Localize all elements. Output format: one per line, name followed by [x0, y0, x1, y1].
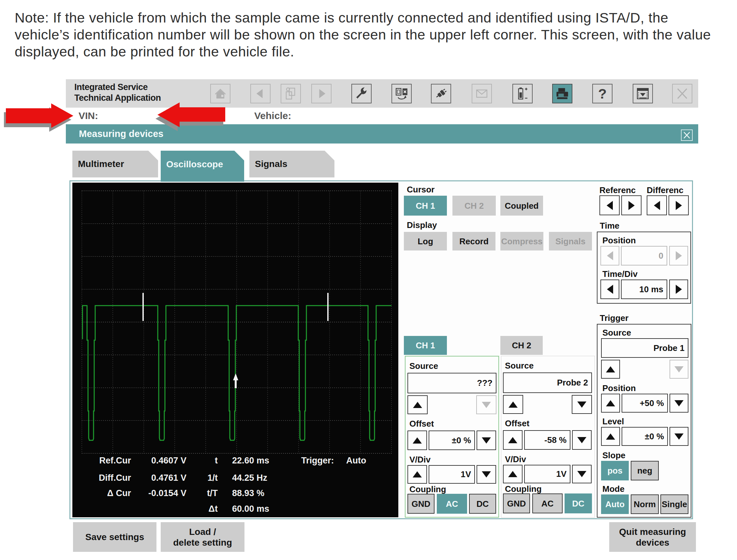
display-log-label: Log [417, 237, 433, 246]
ch2-coupling-gnd-button[interactable]: GND [503, 493, 530, 513]
mode-auto-button[interactable]: Auto [601, 494, 629, 514]
trigger-source-up-button[interactable] [601, 360, 620, 379]
quit-measuring-devices-button[interactable]: Quit measuringdevices [609, 522, 696, 552]
close-icon[interactable] [672, 84, 692, 103]
connector-icon[interactable] [431, 84, 451, 103]
tab-multimeter[interactable]: Multimeter [72, 151, 158, 177]
device-swap-icon[interactable] [391, 84, 412, 103]
channel-ch1-tab-label: CH 1 [415, 341, 435, 350]
down-triangle-icon [577, 437, 586, 443]
timediv-left-button[interactable] [600, 280, 619, 299]
ch2-vdiv-up-button[interactable] [503, 465, 522, 483]
slope-pos-button[interactable]: pos [601, 461, 629, 480]
slope-neg-button[interactable]: neg [631, 461, 659, 480]
page: Note: If the vehicle from which the samp… [0, 0, 737, 560]
ch1-coupling-gnd-button[interactable]: GND [407, 494, 434, 514]
ch1-source-field[interactable]: ??? [407, 373, 496, 393]
up-triangle-icon [508, 437, 517, 443]
mode-single-button[interactable]: Single [660, 494, 688, 514]
back-icon[interactable] [250, 84, 271, 103]
ch2-dc-label: DC [572, 499, 584, 508]
channel-ch2-tab[interactable]: CH 2 [500, 336, 543, 355]
time-readout-label: t/T [182, 488, 218, 498]
tab-signals[interactable]: Signals [249, 151, 335, 177]
ch2-offset-up-button[interactable] [503, 430, 522, 450]
ch2-vdiv-down-button[interactable] [572, 465, 592, 483]
ch1-vdiv-down-button[interactable] [476, 465, 496, 484]
differenc-left-button[interactable] [647, 195, 667, 215]
ch1-source-up-button[interactable] [407, 395, 428, 414]
display-log-button[interactable]: Log [404, 232, 447, 250]
tab-oscilloscope-label: Oscilloscope [166, 159, 223, 170]
cursor-ch1-button[interactable]: CH 1 [404, 196, 447, 216]
ch2-offset-down-button[interactable] [572, 430, 592, 450]
vehicle-label: Vehicle: [254, 110, 291, 121]
dialog-close-icon[interactable] [681, 129, 693, 141]
time-readout-value: 22.60 ms [232, 456, 269, 466]
ch2-coupling-label: Coupling [505, 484, 542, 494]
ch1-offset-down-button[interactable] [476, 431, 496, 450]
display-record-button[interactable]: Record [452, 232, 495, 250]
forward-icon[interactable] [311, 84, 332, 103]
printer-icon[interactable] [552, 84, 572, 103]
ch1-coupling-label: Coupling [409, 484, 446, 494]
readout-label: Diff.Cur [82, 473, 131, 483]
wrench-icon[interactable] [352, 84, 371, 103]
save-settings-button[interactable]: Save settings [73, 522, 157, 552]
documents-icon[interactable] [281, 84, 301, 103]
right-triangle-icon [676, 251, 682, 260]
timediv-right-button[interactable] [669, 280, 688, 299]
ch1-coupling-ac-button[interactable]: AC [437, 494, 467, 514]
ch2-vdiv-field: 1V [524, 465, 570, 483]
measurement-cursor-1[interactable] [143, 293, 144, 321]
right-triangle-icon [676, 201, 682, 210]
window-dropdown-icon[interactable] [633, 84, 653, 103]
time-position-field: 0 [621, 246, 667, 265]
ch1-coupling-dc-button[interactable]: DC [469, 494, 496, 514]
ch2-source-down-button[interactable] [572, 395, 592, 414]
left-triangle-icon [607, 251, 613, 260]
app-title: Integrated Service Technical Application [74, 82, 161, 103]
up-triangle-icon [413, 471, 422, 477]
trigger-position-down-button[interactable] [669, 394, 688, 413]
time-readout-value: 44.25 Hz [232, 473, 267, 483]
referenc-right-button[interactable] [621, 195, 641, 215]
ch2-coupling-dc-button[interactable]: DC [564, 493, 592, 513]
ch2-source-label: Source [505, 361, 534, 371]
ch1-source-down-button[interactable] [476, 395, 496, 414]
cursor-coupled-button[interactable]: Coupled [500, 196, 543, 216]
ch2-source-field[interactable]: Probe 2 [503, 372, 592, 393]
display-compress-label: Compress [501, 237, 542, 246]
readout-label: Ref.Cur [82, 456, 131, 466]
trigger-source-down-button[interactable] [669, 360, 688, 379]
waveform-trace [83, 306, 391, 440]
channel-ch1-tab[interactable]: CH 1 [404, 336, 447, 355]
time-position-right-button[interactable] [669, 246, 688, 265]
ch2-source-up-button[interactable] [503, 395, 523, 414]
ch1-offset-up-button[interactable] [407, 431, 427, 450]
measurement-cursor-2[interactable] [327, 293, 329, 321]
down-triangle-icon [482, 402, 491, 408]
cursor-ch1-label: CH 1 [415, 201, 435, 210]
home-icon[interactable] [210, 84, 231, 103]
battery-icon[interactable] [512, 84, 533, 103]
help-icon[interactable]: ? [592, 84, 612, 103]
ch2-coupling-ac-button[interactable]: AC [532, 493, 563, 513]
timediv-label: Time/Div [602, 269, 638, 279]
cursor-ch2-button[interactable]: CH 2 [452, 196, 496, 216]
ch1-vdiv-up-button[interactable] [407, 465, 427, 484]
trigger-position-up-button[interactable] [601, 394, 620, 413]
trigger-level-up-button[interactable] [601, 427, 620, 446]
time-position-left-button[interactable] [600, 246, 619, 265]
referenc-left-button[interactable] [599, 195, 620, 215]
mail-icon[interactable] [472, 84, 492, 103]
trigger-level-down-button[interactable] [669, 427, 688, 446]
display-signals-button[interactable]: Signals [549, 232, 592, 250]
trigger-source-field[interactable]: Probe 1 [601, 338, 688, 358]
mode-norm-button[interactable]: Norm [631, 494, 659, 514]
load-delete-setting-button[interactable]: Load /delete setting [161, 522, 245, 552]
differenc-right-button[interactable] [669, 195, 689, 215]
display-compress-button[interactable]: Compress [500, 232, 543, 250]
up-triangle-icon [606, 433, 615, 440]
tab-oscilloscope[interactable]: Oscilloscope [161, 151, 244, 182]
